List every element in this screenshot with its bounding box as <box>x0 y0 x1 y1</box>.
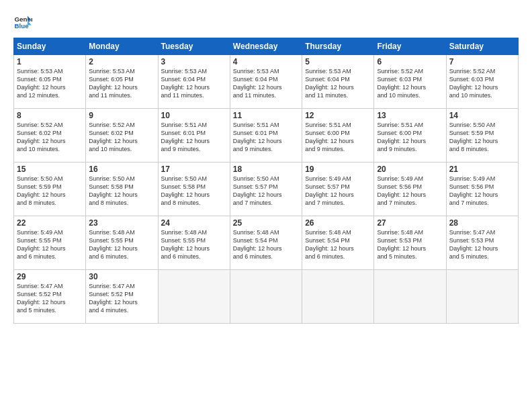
day-info: Sunrise: 5:48 AMSunset: 5:54 PMDaylight:… <box>305 228 371 261</box>
day-info: Sunrise: 5:49 AMSunset: 5:57 PMDaylight:… <box>305 175 371 208</box>
day-number: 11 <box>233 111 299 120</box>
logo: General Blue <box>13 12 32 31</box>
calendar-cell: 26 Sunrise: 5:48 AMSunset: 5:54 PMDaylig… <box>302 216 374 270</box>
day-info: Sunrise: 5:47 AMSunset: 5:53 PMDaylight:… <box>449 228 515 261</box>
calendar-header-cell: Monday <box>86 38 158 55</box>
calendar-cell: 16 Sunrise: 5:50 AMSunset: 5:58 PMDaylig… <box>86 163 158 216</box>
calendar-cell: 30 Sunrise: 5:47 AMSunset: 5:52 PMDaylig… <box>86 270 158 324</box>
calendar-cell: 20 Sunrise: 5:49 AMSunset: 5:56 PMDaylig… <box>374 163 446 216</box>
day-number: 1 <box>17 57 83 66</box>
calendar-cell: 22 Sunrise: 5:49 AMSunset: 5:55 PMDaylig… <box>14 216 86 270</box>
day-number: 17 <box>161 165 227 174</box>
calendar-header-cell: Saturday <box>446 38 518 55</box>
day-info: Sunrise: 5:52 AMSunset: 6:02 PMDaylight:… <box>89 121 154 154</box>
day-number: 20 <box>377 165 443 174</box>
calendar-row: 22 Sunrise: 5:49 AMSunset: 5:55 PMDaylig… <box>14 216 519 270</box>
day-info: Sunrise: 5:48 AMSunset: 5:55 PMDaylight:… <box>161 228 227 261</box>
day-number: 3 <box>161 57 227 66</box>
calendar: SundayMondayTuesdayWednesdayThursdayFrid… <box>13 38 519 324</box>
calendar-cell: 25 Sunrise: 5:48 AMSunset: 5:54 PMDaylig… <box>230 216 302 270</box>
day-number: 10 <box>161 111 227 120</box>
calendar-cell: 8 Sunrise: 5:52 AMSunset: 6:02 PMDayligh… <box>14 109 86 163</box>
calendar-row: 15 Sunrise: 5:50 AMSunset: 5:59 PMDaylig… <box>14 163 519 216</box>
day-info: Sunrise: 5:49 AMSunset: 5:56 PMDaylight:… <box>377 175 443 208</box>
calendar-cell: 3 Sunrise: 5:53 AMSunset: 6:04 PMDayligh… <box>158 55 230 109</box>
day-number: 15 <box>17 165 83 174</box>
calendar-row: 29 Sunrise: 5:47 AMSunset: 5:52 PMDaylig… <box>14 270 519 324</box>
calendar-cell: 1 Sunrise: 5:53 AMSunset: 6:05 PMDayligh… <box>14 55 86 109</box>
day-info: Sunrise: 5:51 AMSunset: 6:01 PMDaylight:… <box>233 121 299 154</box>
day-number: 8 <box>17 111 83 120</box>
day-info: Sunrise: 5:47 AMSunset: 5:52 PMDaylight:… <box>17 282 83 315</box>
calendar-header-cell: Tuesday <box>158 38 230 55</box>
calendar-cell <box>374 270 446 324</box>
day-info: Sunrise: 5:47 AMSunset: 5:52 PMDaylight:… <box>89 282 154 315</box>
day-info: Sunrise: 5:48 AMSunset: 5:55 PMDaylight:… <box>89 228 154 261</box>
day-number: 12 <box>305 111 371 120</box>
calendar-cell: 14 Sunrise: 5:50 AMSunset: 5:59 PMDaylig… <box>446 109 518 163</box>
calendar-header: SundayMondayTuesdayWednesdayThursdayFrid… <box>14 38 519 55</box>
day-number: 14 <box>449 111 515 120</box>
day-info: Sunrise: 5:52 AMSunset: 6:03 PMDaylight:… <box>377 67 443 100</box>
calendar-cell <box>302 270 374 324</box>
day-number: 5 <box>305 57 371 66</box>
day-number: 7 <box>449 57 515 66</box>
calendar-cell: 13 Sunrise: 5:51 AMSunset: 6:00 PMDaylig… <box>374 109 446 163</box>
day-info: Sunrise: 5:49 AMSunset: 5:56 PMDaylight:… <box>449 175 515 208</box>
day-number: 18 <box>233 165 299 174</box>
calendar-cell: 19 Sunrise: 5:49 AMSunset: 5:57 PMDaylig… <box>302 163 374 216</box>
calendar-cell: 17 Sunrise: 5:50 AMSunset: 5:58 PMDaylig… <box>158 163 230 216</box>
day-number: 30 <box>89 272 154 281</box>
day-info: Sunrise: 5:50 AMSunset: 5:59 PMDaylight:… <box>449 121 515 154</box>
day-info: Sunrise: 5:53 AMSunset: 6:04 PMDaylight:… <box>305 67 371 100</box>
day-info: Sunrise: 5:49 AMSunset: 5:55 PMDaylight:… <box>17 228 83 261</box>
day-info: Sunrise: 5:50 AMSunset: 5:59 PMDaylight:… <box>17 175 83 208</box>
calendar-cell <box>230 270 302 324</box>
calendar-cell: 15 Sunrise: 5:50 AMSunset: 5:59 PMDaylig… <box>14 163 86 216</box>
day-info: Sunrise: 5:52 AMSunset: 6:03 PMDaylight:… <box>449 67 515 100</box>
calendar-cell: 12 Sunrise: 5:51 AMSunset: 6:00 PMDaylig… <box>302 109 374 163</box>
calendar-cell: 6 Sunrise: 5:52 AMSunset: 6:03 PMDayligh… <box>374 55 446 109</box>
calendar-cell: 23 Sunrise: 5:48 AMSunset: 5:55 PMDaylig… <box>86 216 158 270</box>
calendar-body: 1 Sunrise: 5:53 AMSunset: 6:05 PMDayligh… <box>14 55 519 324</box>
day-info: Sunrise: 5:48 AMSunset: 5:54 PMDaylight:… <box>233 228 299 261</box>
day-info: Sunrise: 5:50 AMSunset: 5:58 PMDaylight:… <box>161 175 227 208</box>
day-info: Sunrise: 5:48 AMSunset: 5:53 PMDaylight:… <box>377 228 443 261</box>
calendar-cell: 18 Sunrise: 5:50 AMSunset: 5:57 PMDaylig… <box>230 163 302 216</box>
day-number: 4 <box>233 57 299 66</box>
logo-icon: General Blue <box>13 12 32 31</box>
calendar-header-cell: Sunday <box>14 38 86 55</box>
day-number: 25 <box>233 218 299 228</box>
calendar-row: 8 Sunrise: 5:52 AMSunset: 6:02 PMDayligh… <box>14 109 519 163</box>
day-info: Sunrise: 5:53 AMSunset: 6:05 PMDaylight:… <box>17 67 83 100</box>
calendar-cell <box>446 270 518 324</box>
day-number: 2 <box>89 57 154 66</box>
day-info: Sunrise: 5:53 AMSunset: 6:05 PMDaylight:… <box>89 67 154 100</box>
calendar-cell: 27 Sunrise: 5:48 AMSunset: 5:53 PMDaylig… <box>374 216 446 270</box>
calendar-cell <box>158 270 230 324</box>
calendar-cell: 10 Sunrise: 5:51 AMSunset: 6:01 PMDaylig… <box>158 109 230 163</box>
day-info: Sunrise: 5:53 AMSunset: 6:04 PMDaylight:… <box>233 67 299 100</box>
day-info: Sunrise: 5:51 AMSunset: 6:01 PMDaylight:… <box>161 121 227 154</box>
calendar-cell: 21 Sunrise: 5:49 AMSunset: 5:56 PMDaylig… <box>446 163 518 216</box>
day-number: 22 <box>17 218 83 228</box>
day-info: Sunrise: 5:51 AMSunset: 6:00 PMDaylight:… <box>305 121 371 154</box>
calendar-cell: 5 Sunrise: 5:53 AMSunset: 6:04 PMDayligh… <box>302 55 374 109</box>
calendar-cell: 29 Sunrise: 5:47 AMSunset: 5:52 PMDaylig… <box>14 270 86 324</box>
day-info: Sunrise: 5:51 AMSunset: 6:00 PMDaylight:… <box>377 121 443 154</box>
day-info: Sunrise: 5:50 AMSunset: 5:58 PMDaylight:… <box>89 175 154 208</box>
day-number: 16 <box>89 165 154 174</box>
day-number: 27 <box>377 218 443 228</box>
calendar-cell: 28 Sunrise: 5:47 AMSunset: 5:53 PMDaylig… <box>446 216 518 270</box>
day-info: Sunrise: 5:53 AMSunset: 6:04 PMDaylight:… <box>161 67 227 100</box>
day-info: Sunrise: 5:52 AMSunset: 6:02 PMDaylight:… <box>17 121 83 154</box>
calendar-cell: 2 Sunrise: 5:53 AMSunset: 6:05 PMDayligh… <box>86 55 158 109</box>
calendar-row: 1 Sunrise: 5:53 AMSunset: 6:05 PMDayligh… <box>14 55 519 109</box>
svg-text:Blue: Blue <box>14 22 29 30</box>
calendar-cell: 24 Sunrise: 5:48 AMSunset: 5:55 PMDaylig… <box>158 216 230 270</box>
day-number: 26 <box>305 218 371 228</box>
day-number: 28 <box>449 218 515 228</box>
day-number: 19 <box>305 165 371 174</box>
calendar-cell: 11 Sunrise: 5:51 AMSunset: 6:01 PMDaylig… <box>230 109 302 163</box>
day-number: 21 <box>449 165 515 174</box>
